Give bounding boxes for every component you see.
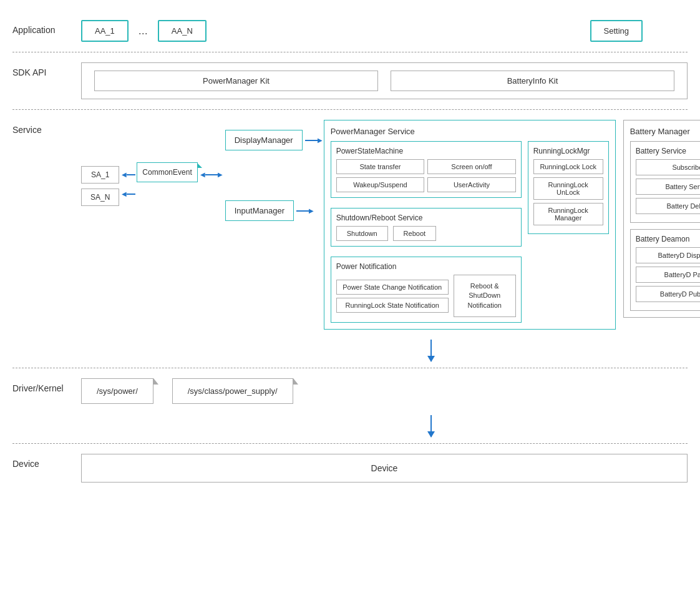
psm-item-1: Screen on/off	[427, 159, 516, 174]
divider-2	[12, 109, 688, 110]
sdk-container: PowerManager Kit BatteryInfo Kit	[81, 62, 688, 99]
pm-inner-row: PowerStateMachine State transfer Screen …	[331, 141, 609, 323]
srs-item-0: Shutdown	[336, 226, 388, 241]
down-arrow-1	[430, 340, 432, 361]
pn-box: Power Notification Power State Change No…	[331, 257, 522, 323]
common-event-box: CommonEvent	[137, 162, 197, 182]
service-main: SA_1 SA_N ◀ ◀ CommonEvent ◀	[81, 120, 700, 330]
dk-box-class-border: /sys/class/power_supply/	[172, 378, 293, 404]
pn-left: Power State Change Notification RunningL…	[336, 280, 449, 313]
sa-box-n: SA_N	[81, 189, 119, 206]
pn-item-0: Power State Change Notification	[336, 280, 449, 295]
sdk-layer: SDK API PowerManager Kit BatteryInfo Kit	[12, 55, 688, 107]
sdk-kit-powermanager: PowerManager Kit	[94, 71, 378, 91]
divider-4	[12, 443, 688, 444]
sa-box-1: SA_1	[81, 166, 119, 184]
dk-container: /sys/power/ /sys/class/power_supply/	[81, 378, 688, 404]
bd-item-1: BatteryD Parser	[636, 267, 700, 283]
device-box: Device	[81, 454, 688, 483]
bd-item-2: BatteryD Publisher	[636, 286, 700, 302]
application-label: Application	[12, 20, 81, 35]
display-manager-box: DisplayManager	[225, 130, 303, 150]
pm-service-title: PowerManager Service	[331, 127, 609, 136]
battery-daemon-box: Battery Deamon BatteryD Dispatcher Batte…	[630, 229, 700, 311]
bs-item-0: Subscriber	[636, 159, 700, 175]
psm-grid: State transfer Screen on/off Wakeup/Susp…	[336, 159, 516, 192]
application-layer: Application AA_1 ... AA_N Setting	[12, 12, 688, 49]
psm-box: PowerStateMachine State transfer Screen …	[331, 141, 522, 198]
battery-service-title: Battery Service	[636, 147, 700, 155]
service-layer: Service SA_1 SA_N ◀ ◀ CommonEvent	[12, 112, 688, 336]
psm-item-2: Wakeup/Suspend	[336, 177, 425, 192]
input-manager-box: InputManager	[225, 200, 294, 221]
sdk-kit-batteryinfo: BatteryInfo Kit	[391, 71, 674, 91]
dk-box-class: /sys/class/power_supply/	[172, 378, 293, 404]
rlm-box: RunningLockMgr RunningLock Lock RunningL…	[528, 141, 609, 234]
srs-row: Shutdown Reboot	[336, 226, 516, 241]
battery-manager-title: Battery Manager	[630, 127, 700, 136]
srs-item-1: Reboot	[393, 226, 436, 241]
battery-daemon-title: Battery Deamon	[636, 235, 700, 243]
bd-item-0: BatteryD Dispatcher	[636, 247, 700, 263]
down-arrow-2	[430, 415, 432, 437]
sdk-content: PowerManager Kit BatteryInfo Kit	[81, 62, 688, 99]
dk-box-power-border: /sys/power/	[81, 378, 153, 404]
device-label: Device	[12, 454, 81, 469]
battery-manager-container: Battery Manager Battery Service Subscrib…	[623, 120, 700, 318]
device-content: Device	[81, 454, 688, 483]
srs-box: Shutdown/Reboot Service Shutdown Reboot	[331, 208, 522, 247]
dk-box-power-text: /sys/power/	[97, 386, 138, 396]
rlm-title: RunningLockMgr	[533, 147, 603, 155]
common-event-label: CommonEvent	[142, 168, 192, 177]
bs-item-2: Battery Debug	[636, 198, 700, 214]
psm-item-0: State transfer	[336, 159, 425, 174]
psm-item-3: UserActivity	[427, 177, 516, 192]
app-box-aa1: AA_1	[81, 20, 129, 42]
down-arrow-1-container	[12, 336, 688, 365]
pn-title: Power Notification	[336, 262, 516, 271]
rlm-item-1: RunningLockUnLock	[533, 177, 603, 200]
battery-service-box: Battery Service Subscriber Battery Servi…	[630, 141, 700, 223]
app-box-aan: AA_N	[158, 20, 207, 42]
pn-row: Power State Change Notification RunningL…	[336, 275, 516, 317]
driver-content: /sys/power/ /sys/class/power_supply/	[81, 378, 688, 404]
pn-item-1: RunningLock State Notification	[336, 298, 449, 313]
dk-box-class-text: /sys/class/power_supply/	[188, 386, 278, 396]
rlm-item-2: RunningLockManager	[533, 203, 603, 225]
service-label: Service	[12, 120, 81, 135]
sdk-label: SDK API	[12, 62, 81, 77]
device-layer: Device Device	[12, 446, 688, 490]
driver-label: Driver/Kernel	[12, 378, 81, 393]
divider-1	[12, 52, 688, 52]
pm-service-container: PowerManager Service PowerStateMachine S…	[324, 120, 616, 330]
driver-layer: Driver/Kernel /sys/power/ /sys/class/pow…	[12, 371, 688, 411]
srs-title: Shutdown/Reboot Service	[336, 213, 516, 222]
app-box-setting: Setting	[590, 20, 643, 42]
dk-box-power: /sys/power/	[81, 378, 153, 404]
bs-item-1: Battery Service	[636, 179, 700, 195]
down-arrow-2-container	[12, 411, 688, 441]
psm-title: PowerStateMachine	[336, 147, 516, 155]
divider-3	[12, 368, 688, 368]
app-dots: ...	[136, 24, 150, 37]
pn-right: Reboot &ShutDown Notification	[454, 275, 516, 317]
rlm-item-0: RunningLock Lock	[533, 159, 603, 174]
application-content: AA_1 ... AA_N Setting	[81, 20, 688, 42]
